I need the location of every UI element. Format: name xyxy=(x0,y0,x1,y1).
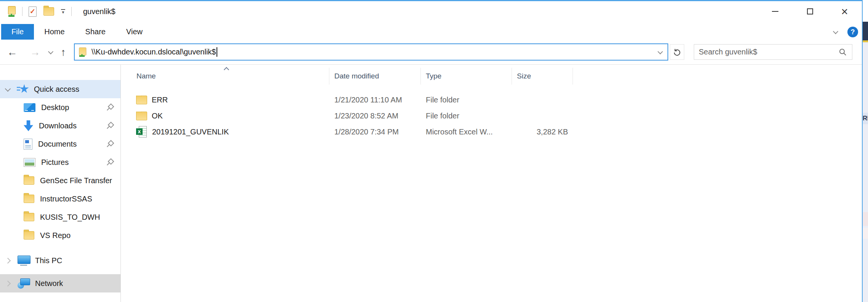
quick-access-star-icon xyxy=(18,84,29,94)
file-name: 20191201_GUVENLIK xyxy=(152,128,229,136)
sidebar-item-label: GenSec File Transfer xyxy=(40,176,112,185)
search-input[interactable] xyxy=(699,48,838,56)
background-app-header xyxy=(863,22,868,40)
window-controls: × xyxy=(758,1,862,22)
desktop-icon xyxy=(24,103,35,112)
background-app-row xyxy=(863,228,868,239)
close-button[interactable]: × xyxy=(827,1,862,22)
sidebar-item-label: Pictures xyxy=(41,158,69,167)
ribbon-tab-label: Share xyxy=(85,27,106,36)
column-header-type[interactable]: Type xyxy=(421,68,512,85)
folder-icon xyxy=(24,231,34,240)
address-text[interactable]: \\Ku-dwhdev.kocun.dslocal\guvenlik$ xyxy=(91,48,216,56)
sidebar-item[interactable]: Downloads xyxy=(0,117,120,135)
pin-icon xyxy=(107,104,114,110)
file-name: ERR xyxy=(152,96,168,104)
background-app-strip: RM xyxy=(863,0,868,302)
address-dropdown-chevron-icon[interactable] xyxy=(658,49,663,54)
sidebar-item[interactable]: Documents xyxy=(0,135,120,153)
network-icon xyxy=(18,278,30,289)
ribbon-tab[interactable]: File xyxy=(1,24,34,40)
expander-chevron-icon[interactable] xyxy=(5,86,11,92)
sidebar-item[interactable]: Network xyxy=(0,274,120,292)
sidebar-item-label: Desktop xyxy=(41,103,69,112)
address-bar[interactable]: \\Ku-dwhdev.kocun.dslocal\guvenlik$ xyxy=(74,43,668,61)
sidebar-item-label: KUSIS_TO_DWH xyxy=(40,213,100,222)
sidebar-item[interactable]: This PC xyxy=(0,251,120,270)
ribbon-tab[interactable]: Share xyxy=(75,24,116,40)
toolbar-separator xyxy=(71,7,72,16)
expander-chevron-icon[interactable] xyxy=(5,257,11,264)
file-row[interactable]: 20191201_GUVENLIK 1/28/2020 7:34 PM Micr… xyxy=(121,124,862,140)
minimize-button[interactable] xyxy=(758,1,793,22)
search-icon xyxy=(838,48,847,57)
navigation-bar: ← → ↑ \\Ku-dwhdev.kocun.dslocal\guvenlik… xyxy=(0,40,862,65)
ribbon-extras: ? xyxy=(834,27,858,37)
column-header-size[interactable]: Size xyxy=(512,68,573,85)
column-header-label: Name xyxy=(136,72,156,80)
text-caret xyxy=(217,47,217,57)
sidebar-item[interactable]: Pictures xyxy=(0,153,120,171)
excel-icon xyxy=(136,126,148,137)
folder-icon xyxy=(24,195,34,203)
ribbon-tab[interactable]: Home xyxy=(34,24,75,40)
background-app-label: RM xyxy=(863,113,868,124)
ribbon-tabs: File Home Share View xyxy=(0,22,862,40)
expander-chevron-icon[interactable] xyxy=(5,280,11,286)
recent-locations-chevron-icon[interactable] xyxy=(48,49,53,54)
ribbon-tab[interactable]: View xyxy=(116,24,153,40)
sidebar-item[interactable]: VS Repo xyxy=(0,226,120,244)
column-header-label: Size xyxy=(517,72,531,80)
network-drive-icon xyxy=(78,47,86,57)
file-row[interactable]: ERR 1/21/2020 11:10 AM File folder xyxy=(121,92,862,108)
sidebar-item[interactable]: GenSec File Transfer xyxy=(0,171,120,190)
pictures-icon xyxy=(24,158,35,167)
up-button[interactable]: ↑ xyxy=(56,45,71,60)
ribbon-tab-strip: File Home Share View ? xyxy=(0,22,862,40)
search-box[interactable] xyxy=(694,44,852,60)
sidebar-item[interactable]: InstructorSSAS xyxy=(0,190,120,208)
toolbar-separator xyxy=(22,7,22,16)
sidebar-item-label: Network xyxy=(35,279,63,288)
column-header-label: Date modified xyxy=(334,72,379,80)
sidebar-item[interactable]: KUSIS_TO_DWH xyxy=(0,208,120,226)
column-header-label: Type xyxy=(426,72,441,80)
navigation-pane: Quick access Desktop Downloads xyxy=(0,65,121,302)
sidebar-item[interactable]: Desktop xyxy=(0,98,120,117)
maximize-button[interactable] xyxy=(793,1,827,22)
ribbon-tab-label: File xyxy=(11,27,24,36)
sidebar-item-label: InstructorSSAS xyxy=(40,195,92,203)
forward-button[interactable]: → xyxy=(27,45,43,60)
documents-icon xyxy=(24,139,32,150)
file-date-modified: 1/28/2020 7:34 PM xyxy=(329,128,421,136)
file-list-pane: Name Date modified Type Size xyxy=(121,65,862,302)
help-icon[interactable]: ? xyxy=(847,27,858,37)
network-drive-icon xyxy=(7,6,16,17)
sidebar-item[interactable]: Quick access xyxy=(0,80,120,98)
sidebar-item-label: This PC xyxy=(35,256,62,265)
column-header-date-modified[interactable]: Date modified xyxy=(329,68,421,85)
file-name-cell: 20191201_GUVENLIK xyxy=(121,126,329,137)
file-row[interactable]: OK 1/23/2020 8:52 AM File folder xyxy=(121,108,862,124)
column-headers: Name Date modified Type Size xyxy=(121,65,862,88)
file-date-modified: 1/21/2020 11:10 AM xyxy=(329,96,421,104)
folder-icon xyxy=(136,112,147,120)
refresh-icon xyxy=(672,48,682,57)
new-folder-icon[interactable] xyxy=(43,7,54,16)
title-bar: ▾ guvenlik$ × xyxy=(0,1,862,22)
close-icon: × xyxy=(841,6,848,18)
file-name-cell: OK xyxy=(121,112,329,120)
downloads-icon xyxy=(24,120,33,131)
explorer-window: ▾ guvenlik$ × File Home Share xyxy=(0,0,863,302)
expand-ribbon-chevron-icon[interactable] xyxy=(833,29,838,34)
file-size: 3,282 KB xyxy=(512,128,573,136)
background-app-body: RM xyxy=(863,42,868,302)
minimize-icon xyxy=(772,11,778,12)
file-name: OK xyxy=(152,112,163,120)
pin-icon xyxy=(107,159,114,165)
pin-icon xyxy=(107,123,114,129)
customize-quick-access-toolbar-icon[interactable]: ▾ xyxy=(61,9,65,14)
properties-icon[interactable] xyxy=(29,6,37,17)
refresh-button[interactable] xyxy=(670,44,684,60)
back-button[interactable]: ← xyxy=(5,45,20,60)
